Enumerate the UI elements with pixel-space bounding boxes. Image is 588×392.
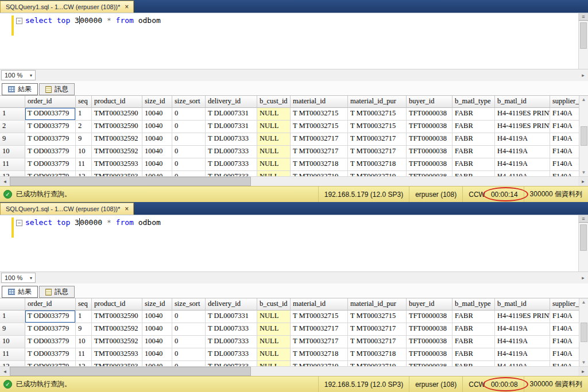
grid-cell[interactable]: 0	[172, 121, 206, 133]
grid-cell[interactable]: TFT0000038	[407, 336, 452, 348]
grid-cell[interactable]: T OD0033779	[25, 146, 76, 158]
grid-cell[interactable]: T MT00032715	[291, 121, 348, 133]
grid-cell[interactable]: TMT00032590	[92, 108, 142, 121]
grid-cell[interactable]: NULL	[257, 108, 291, 121]
grid-cell[interactable]: 12	[76, 171, 92, 176]
grid-cell[interactable]: 9	[76, 323, 92, 336]
grid-cell[interactable]: T DL0007331	[206, 311, 257, 323]
column-header[interactable]: size_id	[142, 298, 172, 311]
grid-cell[interactable]: TFT0000038	[407, 121, 452, 133]
grid-hscroll-track[interactable]	[251, 367, 578, 376]
grid-cell[interactable]: FABR	[452, 108, 495, 121]
zoom-select[interactable]: 100 % ▾	[1, 273, 36, 283]
zoom-select[interactable]: 100 % ▾	[1, 70, 36, 80]
splitter-grip-icon[interactable]: ≡	[579, 13, 588, 21]
column-header[interactable]: b_matl_id	[495, 96, 550, 108]
grid-cell[interactable]: 0	[172, 108, 206, 121]
grid-cell[interactable]: 10040	[142, 361, 172, 366]
column-header[interactable]: product_id	[92, 298, 142, 311]
grid-cell[interactable]: TFT0000038	[407, 361, 452, 366]
code-fold-icon[interactable]: −	[16, 18, 22, 24]
grid-cell[interactable]: FABR	[452, 158, 495, 171]
grid-cell[interactable]: 0	[172, 336, 206, 348]
row-number[interactable]: 11	[0, 158, 25, 171]
grid-cell[interactable]: T MT00032715	[291, 311, 348, 323]
scroll-right-icon[interactable]: ▸	[578, 367, 588, 376]
grid-cell[interactable]: TMT00032592	[92, 323, 142, 336]
row-number[interactable]: 10	[0, 146, 25, 158]
grid-cell[interactable]: T MT00032717	[348, 146, 407, 158]
grid-cell[interactable]: T OD0033779	[25, 348, 76, 361]
grid-cell[interactable]: T MT00032715	[291, 108, 348, 121]
column-header[interactable]: delivery_id	[206, 96, 257, 108]
scroll-up-icon[interactable]: ▲	[582, 97, 586, 102]
row-number[interactable]: 9	[0, 133, 25, 146]
grid-cell[interactable]: TFT0000038	[407, 158, 452, 171]
grid-cell[interactable]: T MT00032715	[348, 108, 407, 121]
grid-hscroll-thumb[interactable]	[10, 177, 251, 186]
grid-cell[interactable]: TFT0000038	[407, 146, 452, 158]
sql-editor[interactable]: −select top 300000 * from odbom ≡	[0, 215, 588, 271]
document-tab[interactable]: SQLQuery1.sql - 1...CW (erpuser (108))* …	[0, 203, 134, 215]
grid-cell[interactable]: 10040	[142, 133, 172, 146]
grid-cell[interactable]: T OD0033779	[25, 311, 76, 323]
grid-cell[interactable]: NULL	[257, 361, 291, 366]
grid-cell[interactable]: 11	[76, 158, 92, 171]
sql-editor[interactable]: −select top 300000 * from odbom ≡	[0, 13, 588, 69]
column-header[interactable]: buyer_id	[407, 96, 452, 108]
column-header[interactable]: b_matl_type	[452, 96, 495, 108]
grid-cell[interactable]: FABR	[452, 323, 495, 336]
grid-cell[interactable]: TMT00032593	[92, 361, 142, 366]
column-header[interactable]: b_matl_type	[452, 298, 495, 311]
grid-cell[interactable]: T DL0007333	[206, 361, 257, 366]
column-header[interactable]: b_cust_id	[257, 96, 291, 108]
grid-cell[interactable]: H4-4119A	[495, 171, 550, 176]
scroll-down-icon[interactable]: ▼	[582, 170, 586, 175]
grid-cell[interactable]: H4-4119A	[495, 323, 550, 336]
scroll-down-icon[interactable]: ▼	[582, 360, 586, 365]
grid-cell[interactable]: 10040	[142, 336, 172, 348]
grid-cell[interactable]: T OD0033779	[25, 171, 76, 176]
grid-cell[interactable]: 2	[76, 121, 92, 133]
grid-cell[interactable]: TMT00032593	[92, 348, 142, 361]
grid-cell[interactable]: 1	[76, 108, 92, 121]
column-header[interactable]: order_id	[25, 298, 76, 311]
grid-corner[interactable]	[0, 96, 25, 108]
document-tab[interactable]: SQLQuery1.sql - 1...CW (erpuser (108))* …	[0, 1, 134, 13]
grid-cell[interactable]: TFT0000038	[407, 133, 452, 146]
tab-results[interactable]: 結果	[2, 286, 38, 298]
grid-cell[interactable]: T MT00032717	[291, 133, 348, 146]
grid-cell[interactable]: H4-4119A	[495, 158, 550, 171]
column-header[interactable]: size_sort	[172, 298, 206, 311]
code-fold-icon[interactable]: −	[16, 220, 22, 226]
grid-cell[interactable]: 0	[172, 323, 206, 336]
grid-cell[interactable]: TMT00032590	[92, 121, 142, 133]
grid-cell[interactable]: T DL0007333	[206, 323, 257, 336]
scroll-left-icon[interactable]: ◂	[0, 367, 10, 376]
grid-cell[interactable]: TMT00032592	[92, 336, 142, 348]
grid-cell[interactable]: 12	[76, 361, 92, 366]
grid-cell[interactable]: 1	[76, 311, 92, 323]
grid-cell[interactable]: H4-4119A	[495, 146, 550, 158]
grid-cell[interactable]: T MT00032719	[291, 171, 348, 176]
grid-cell[interactable]: T MT00032715	[348, 311, 407, 323]
row-number[interactable]: 11	[0, 348, 25, 361]
editor-horizontal-scrollbar[interactable]: ▸	[37, 69, 588, 81]
scroll-right-icon[interactable]: ▸	[578, 69, 588, 81]
grid-horizontal-scrollbar[interactable]: ◂ ▸	[0, 366, 588, 376]
scroll-left-icon[interactable]: ◂	[0, 177, 10, 186]
grid-cell[interactable]: 10040	[142, 311, 172, 323]
column-header[interactable]: b_matl_id	[495, 298, 550, 311]
column-header[interactable]: order_id	[25, 96, 76, 108]
close-icon[interactable]: ×	[125, 3, 129, 11]
grid-cell[interactable]: NULL	[257, 336, 291, 348]
tab-messages[interactable]: 訊息	[39, 83, 75, 95]
grid-cell[interactable]: NULL	[257, 171, 291, 176]
row-number[interactable]: 1	[0, 311, 25, 323]
grid-cell[interactable]: T DL0007333	[206, 146, 257, 158]
grid-cell[interactable]: T MT00032717	[291, 146, 348, 158]
grid-cell[interactable]: T MT00032717	[291, 336, 348, 348]
row-number[interactable]: 9	[0, 323, 25, 336]
row-number[interactable]: 2	[0, 121, 25, 133]
grid-cell[interactable]: T MT00032719	[291, 361, 348, 366]
